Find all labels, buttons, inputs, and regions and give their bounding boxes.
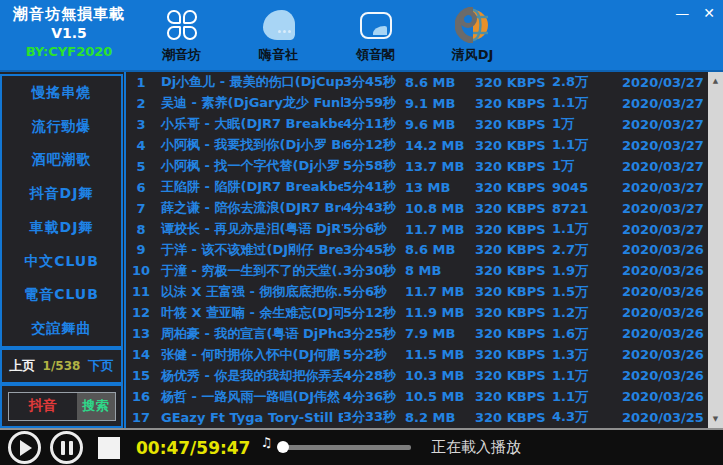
song-duration: 3分45秒: [343, 241, 405, 259]
song-title: 杨优秀 - 你是我的我却把你弄丢...: [156, 367, 343, 385]
play-button[interactable]: [8, 431, 41, 464]
song-size: 9.1 MB: [405, 96, 475, 111]
sidebar-category[interactable]: 中文CLUB: [2, 245, 121, 279]
scroll-up-icon[interactable]: ▲: [713, 72, 718, 90]
pause-button[interactable]: [50, 431, 83, 464]
song-size: 11.7 MB: [405, 284, 475, 299]
pause-icon: [61, 441, 73, 455]
tab-haiyinshe[interactable]: 嗨音社: [230, 6, 327, 64]
song-size: 9.6 MB: [405, 117, 475, 132]
song-plays: 2.8万: [552, 73, 622, 91]
song-number: 3: [126, 117, 156, 132]
song-row[interactable]: 7 薛之谦 - 陪你去流浪(DJR7 Bre... 4分43秒 10.8 MB …: [126, 198, 708, 219]
song-title: 小阿枫 - 找一个字代替(Dj小罗 ...: [156, 157, 343, 175]
table-scrollbar[interactable]: ▲ ▼: [708, 72, 723, 428]
song-duration: 4分36秒: [343, 388, 405, 406]
song-row[interactable]: 4 小阿枫 - 我要找到你(Dj小罗 Br... 6分12秒 14.2 MB 3…: [126, 135, 708, 156]
song-bitrate: 320 KBPS: [475, 305, 552, 320]
song-row[interactable]: 8 谭校长 - 再见亦是泪(粤语 DjR7... 5分6秒 11.7 MB 32…: [126, 219, 708, 240]
pagination: 上页 1/538 下页: [0, 348, 123, 384]
song-date: 2020/03/27: [622, 138, 708, 153]
song-size: 11.7 MB: [405, 222, 475, 237]
app-window: 潮音坊無損車載 V1.5 BY:CYF2020 潮音坊 嗨音社: [0, 0, 723, 465]
sidebar-category[interactable]: 電音CLUB: [2, 279, 121, 313]
song-bitrate: 320 KBPS: [475, 326, 552, 341]
song-size: 13 MB: [405, 180, 475, 195]
song-bitrate: 320 KBPS: [475, 347, 552, 362]
tab-qingfengdj[interactable]: 清风DJ: [424, 6, 521, 64]
song-row[interactable]: 3 小乐哥 - 大眠(DJR7 Breakbea... 4分11秒 9.6 MB…: [126, 114, 708, 135]
song-row[interactable]: 13 周柏豪 - 我的宣言(粤语 DjPho... 3分25秒 7.9 MB 3…: [126, 323, 708, 344]
song-row[interactable]: 6 王陷阱 - 陷阱(DJR7 Breakbea... 5分41秒 13 MB …: [126, 177, 708, 198]
song-row[interactable]: 11 以沫 X 王富强 - 彻彻底底把你... 5分6秒 11.7 MB 320…: [126, 281, 708, 302]
song-row[interactable]: 16 杨哲 - 一路风雨一路唱(DJ伟然 ... 4分36秒 10.5 MB 3…: [126, 386, 708, 407]
song-duration: 5分12秒: [343, 304, 405, 322]
search-input[interactable]: 抖音: [9, 397, 77, 415]
stop-button[interactable]: [98, 437, 120, 459]
song-size: 14.2 MB: [405, 138, 475, 153]
prev-page-button[interactable]: 上页: [9, 357, 35, 375]
tab-chaoyinfang[interactable]: 潮音坊: [133, 6, 230, 64]
sidebar-category[interactable]: 車載DJ舞: [2, 211, 121, 245]
play-icon: [20, 440, 32, 456]
song-row[interactable]: 12 叶筱 X 萱亚喃 - 余生难忘(DJ可... 5分12秒 11.9 MB …: [126, 302, 708, 323]
song-duration: 5分41秒: [343, 178, 405, 196]
song-bitrate: 320 KBPS: [475, 389, 552, 404]
seek-slider-handle[interactable]: [277, 441, 289, 453]
song-row[interactable]: 17 GEazy Ft Tyga Tory-Still Be F... 3分33…: [126, 407, 708, 428]
tab-lingyinge[interactable]: 領音閣: [327, 6, 424, 64]
song-duration: 3分45秒: [343, 73, 405, 91]
minimize-button[interactable]: —: [675, 4, 689, 22]
song-size: 10.5 MB: [405, 389, 475, 404]
song-duration: 3分33秒: [343, 408, 405, 426]
song-title: 于洋 - 该不该难过(DJ刚仔 Bre...: [156, 241, 343, 259]
song-number: 15: [126, 368, 156, 383]
header-bar: 潮音坊無損車載 V1.5 BY:CYF2020 潮音坊 嗨音社: [0, 0, 723, 72]
song-bitrate: 320 KBPS: [475, 75, 552, 90]
song-row[interactable]: 1 Dj小鱼儿 - 最美的伤口(DjCupi... 3分45秒 8.6 MB 3…: [126, 72, 708, 93]
song-row[interactable]: 15 杨优秀 - 你是我的我却把你弄丢... 4分28秒 10.3 MB 320…: [126, 365, 708, 386]
song-row[interactable]: 10 于潼 - 穷极一生到不了的天堂(... 3分30秒 8 MB 320 KB…: [126, 260, 708, 281]
song-duration: 3分59秒: [343, 94, 405, 112]
close-button[interactable]: ✕: [703, 4, 715, 22]
song-date: 2020/03/26: [622, 284, 708, 299]
seek-slider[interactable]: [278, 445, 411, 450]
song-bitrate: 320 KBPS: [475, 180, 552, 195]
song-date: 2020/03/27: [622, 96, 708, 111]
tab-label: 潮音坊: [162, 46, 201, 64]
sidebar-category[interactable]: 慢搖串燒: [2, 76, 121, 110]
song-plays: 1.2万: [552, 304, 622, 322]
app-title-block: 潮音坊無損車載 V1.5 BY:CYF2020: [6, 5, 132, 59]
song-row[interactable]: 2 吴迪 - 素养(DjGary龙少 Funky ... 3分59秒 9.1 M…: [126, 93, 708, 114]
song-bitrate: 320 KBPS: [475, 96, 552, 111]
song-row[interactable]: 14 张健 - 何时拥你入怀中(DJ何鹏 ... 5分2秒 11.5 MB 32…: [126, 344, 708, 365]
song-number: 9: [126, 242, 156, 257]
sidebar: 慢搖串燒流行勁爆酒吧潮歌抖音DJ舞車載DJ舞中文CLUB電音CLUB交誼舞曲 上…: [0, 72, 124, 428]
app-version: V1.5: [6, 25, 132, 41]
scroll-down-icon[interactable]: ▼: [713, 410, 718, 428]
search-button[interactable]: 搜索: [77, 393, 115, 420]
sidebar-category[interactable]: 流行勁爆: [2, 110, 121, 144]
song-title: Dj小鱼儿 - 最美的伤口(DjCupi...: [156, 73, 343, 91]
song-plays: 1.1万: [552, 367, 622, 385]
next-page-button[interactable]: 下页: [88, 357, 114, 375]
song-row[interactable]: 9 于洋 - 该不该难过(DJ刚仔 Bre... 3分45秒 8.6 MB 32…: [126, 240, 708, 261]
song-row[interactable]: 5 小阿枫 - 找一个字代替(Dj小罗 ... 5分58秒 13.7 MB 32…: [126, 156, 708, 177]
music-note-icon: ♫: [260, 435, 272, 450]
song-duration: 3分25秒: [343, 325, 405, 343]
song-plays: 1.1万: [552, 136, 622, 154]
player-status: 正在載入播放: [431, 438, 521, 457]
sidebar-category[interactable]: 抖音DJ舞: [2, 177, 121, 211]
tab-label: 清风DJ: [452, 46, 494, 64]
song-bitrate: 320 KBPS: [475, 284, 552, 299]
song-title: 于潼 - 穷极一生到不了的天堂(...: [156, 262, 343, 280]
player-bar: 00:47/59:47 ♫ 正在載入播放: [0, 428, 723, 465]
song-bitrate: 320 KBPS: [475, 138, 552, 153]
song-plays: 1.1万: [552, 388, 622, 406]
app-byline: BY:CYF2020: [6, 44, 132, 59]
sidebar-category[interactable]: 交誼舞曲: [2, 312, 121, 346]
song-title: 王陷阱 - 陷阱(DJR7 Breakbea...: [156, 178, 343, 196]
song-date: 2020/03/27: [622, 222, 708, 237]
search-panel: 抖音 搜索: [0, 384, 123, 428]
sidebar-category[interactable]: 酒吧潮歌: [2, 144, 121, 178]
